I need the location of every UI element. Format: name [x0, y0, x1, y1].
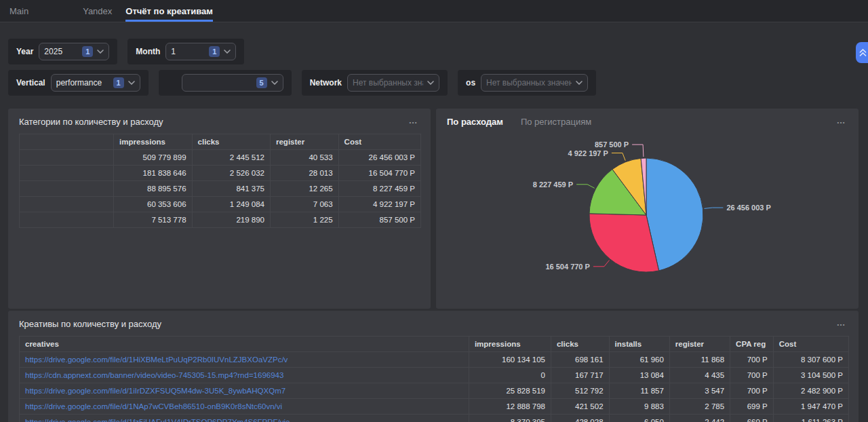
collapse-filters-button[interactable]: [856, 42, 868, 63]
value-cell: 1 225: [270, 212, 338, 228]
value-cell: 219 890: [192, 212, 270, 228]
table-row: https://drive.google.com/file/d/1HiXBMeL…: [20, 352, 849, 368]
table-row: https://drive.google.com/file/d/1NAp7wCV…: [20, 399, 849, 415]
filter-month-label: Month: [136, 47, 160, 56]
pie-label-line: [593, 261, 610, 267]
value-cell: 26 456 003 P: [338, 150, 420, 166]
os-select[interactable]: Нет выбранных значений: [481, 74, 588, 92]
table-row: https://drive.google.com/file/d/1fz5iHAF…: [20, 415, 849, 422]
table-row: 509 779 8992 445 51240 53326 456 003 P: [20, 150, 421, 166]
month-count-badge: 1: [209, 46, 220, 57]
value-cell: 60 353 606: [114, 197, 192, 212]
value-cell: 6 050: [609, 415, 669, 422]
vertical-select[interactable]: performance 1: [51, 74, 140, 92]
value-cell: 3 104 500 P: [773, 368, 848, 383]
value-cell: 4 922 197 P: [338, 197, 420, 212]
value-cell: 61 960: [609, 352, 669, 368]
value-cell: 12 888 798: [469, 399, 551, 415]
column-header: installs: [609, 337, 669, 352]
column-header: Cost: [773, 337, 848, 352]
pie-slice-label: 857 500 P: [595, 140, 629, 149]
cost-pie-widget: По расходам По регистрациям … 26 456 003…: [436, 109, 859, 309]
creatives-widget-title: Креативы по количеству и расходу: [19, 319, 161, 329]
value-cell: 2 526 032: [192, 166, 270, 181]
categories-widget-title: Категории по количеству и расходу: [19, 117, 163, 127]
table-row: 60 353 6061 249 0847 0634 922 197 P: [20, 197, 421, 212]
column-header: register: [270, 134, 338, 150]
value-cell: 7 063: [270, 197, 338, 212]
pie-slice-label: 26 456 003 P: [726, 204, 770, 212]
value-cell: 2 785: [669, 399, 730, 415]
value-cell: 700 P: [730, 352, 774, 368]
month-value: 1: [171, 47, 205, 56]
value-cell: 700 P: [730, 383, 774, 399]
tab-by-cost[interactable]: По расходам: [447, 117, 503, 127]
value-cell: 28 013: [270, 166, 338, 181]
tab-report-creatives[interactable]: Отчёт по креативам: [125, 0, 213, 22]
value-cell: 421 502: [551, 399, 609, 415]
value-cell: 16 504 770 P: [338, 166, 420, 181]
column-header: CPA reg: [730, 337, 774, 352]
pie-label-line: [612, 153, 625, 161]
network-select[interactable]: Нет выбранных зна...: [347, 74, 439, 92]
value-cell: 3 547: [669, 383, 730, 399]
value-cell: 13 084: [609, 368, 669, 383]
creative-link[interactable]: https://drive.google.com/file/d/1iIrDZXF…: [25, 387, 285, 395]
pie-slice-label: 8 227 459 P: [533, 180, 573, 189]
more-ellipsis-icon[interactable]: …: [834, 319, 850, 327]
table-row: 7 513 778219 8901 225857 500 P: [20, 212, 421, 228]
value-cell: 11 857: [609, 383, 669, 399]
unnamed-select[interactable]: 5: [182, 74, 283, 92]
value-cell: 1 947 470 P: [773, 399, 848, 415]
cost-pie-chart[interactable]: 26 456 003 P16 504 770 P8 227 459 P4 922…: [436, 132, 859, 306]
vertical-value: performance: [56, 78, 109, 88]
double-chevron-up-icon: [859, 48, 867, 57]
row-label-cell: https://cdn.appnext.com/banner/video/vid…: [20, 368, 469, 383]
more-ellipsis-icon[interactable]: …: [406, 117, 422, 125]
column-header: [20, 134, 114, 150]
pie-slice-label: 4 922 197 P: [568, 149, 608, 157]
categories-widget: Категории по количеству и расходу … impr…: [8, 109, 431, 309]
year-select[interactable]: 2025 1: [39, 43, 109, 60]
value-cell: 0: [469, 368, 551, 383]
value-cell: 2 482 900 P: [773, 383, 848, 399]
filter-network: Network Нет выбранных зна...: [302, 70, 448, 96]
filter-os: os Нет выбранных значений: [458, 70, 596, 96]
filter-vertical: Vertical performance 1: [8, 70, 149, 96]
value-cell: 4 435: [669, 368, 730, 383]
chevron-down-icon: [97, 50, 104, 54]
row-label-cell: https://drive.google.com/file/d/1fz5iHAF…: [20, 415, 469, 422]
pie-label-line: [632, 145, 644, 157]
creative-link[interactable]: https://drive.google.com/file/d/1NAp7wCV…: [25, 402, 282, 410]
more-ellipsis-icon[interactable]: …: [834, 117, 850, 125]
filter-month: Month 1 1: [127, 39, 244, 64]
creative-link[interactable]: https://cdn.appnext.com/banner/video/vid…: [25, 371, 283, 379]
table-row: 181 838 6462 526 03228 01316 504 770 P: [20, 166, 421, 181]
creative-link[interactable]: https://drive.google.com/file/d/1fz5iHAF…: [25, 418, 290, 422]
tab-by-registrations[interactable]: По регистрациям: [521, 117, 591, 127]
year-value: 2025: [44, 47, 78, 56]
tab-yandex[interactable]: Yandex: [83, 0, 112, 22]
value-cell: 1 611 263 P: [773, 415, 848, 422]
network-value: Нет выбранных зна...: [353, 78, 423, 88]
month-select[interactable]: 1 1: [165, 43, 236, 60]
value-cell: 699 P: [730, 399, 774, 415]
tab-main[interactable]: Main: [9, 0, 28, 22]
vertical-count-badge: 1: [113, 77, 124, 88]
column-header: impressions: [469, 337, 551, 352]
year-count-badge: 1: [82, 46, 93, 57]
chevron-down-icon: [224, 50, 231, 54]
creatives-table: creativesimpressionsclicksinstallsregist…: [19, 336, 849, 422]
value-cell: 8 227 459 P: [338, 181, 420, 197]
value-cell: 841 375: [192, 181, 270, 197]
column-header: register: [669, 337, 730, 352]
creative-link[interactable]: https://drive.google.com/file/d/1HiXBMeL…: [25, 356, 288, 364]
table-row: 88 895 576841 37512 2658 227 459 P: [20, 181, 421, 197]
filter-row-1: Year 2025 1 Month 1 1: [8, 39, 868, 64]
top-tab-bar: Main Yandex Отчёт по креативам: [0, 0, 868, 22]
value-cell: 857 500 P: [338, 212, 420, 228]
column-header: clicks: [551, 337, 609, 352]
value-cell: 698 161: [551, 352, 609, 368]
value-cell: 88 895 576: [114, 181, 192, 197]
filter-year: Year 2025 1: [8, 39, 117, 64]
